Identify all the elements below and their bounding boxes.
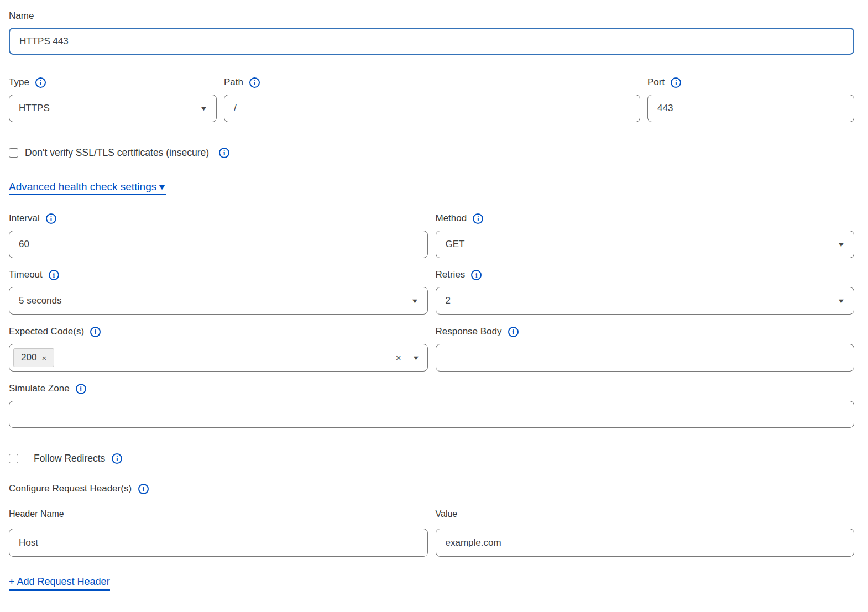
expected-code-tag: 200 × — [13, 348, 54, 367]
timeout-label-row: Timeout i — [9, 269, 428, 281]
header-value-field-group: Value — [436, 509, 855, 557]
interval-input[interactable] — [9, 231, 428, 258]
health-check-form: Name Type i HTTPS ▼ Path i Port i — [0, 0, 868, 612]
response-body-label: Response Body — [436, 326, 502, 338]
follow-redirects-row: Follow Redirects i — [9, 453, 854, 464]
clear-all-icon[interactable]: × — [396, 353, 401, 363]
chevron-down-icon: ▼ — [411, 298, 419, 304]
advanced-link-row: Advanced health check settings ▼ — [9, 159, 854, 195]
response-body-info-icon[interactable]: i — [508, 327, 519, 337]
interval-label-row: Interval i — [9, 212, 428, 224]
remove-tag-icon[interactable]: × — [41, 354, 46, 362]
chevron-down-icon: ▼ — [837, 298, 845, 304]
method-label-row: Method i — [436, 212, 855, 224]
path-label: Path — [224, 76, 243, 88]
response-body-label-row: Response Body i — [436, 326, 855, 338]
request-header-row: Header Name Value — [9, 509, 854, 557]
method-field-group: Method i GET ▼ — [436, 212, 855, 258]
port-field-group: Port i — [647, 76, 854, 122]
simulate-zone-label-row: Simulate Zone i — [9, 383, 854, 395]
chevron-down-icon: ▼ — [837, 242, 845, 248]
follow-redirects-label-wrap: Follow Redirects i — [34, 453, 122, 464]
path-field-group: Path i — [224, 76, 640, 122]
timeout-info-icon[interactable]: i — [49, 270, 59, 280]
retries-field-group: Retries i 2 ▼ — [436, 269, 855, 315]
request-headers-section-title: Configure Request Header(s) i — [9, 483, 854, 494]
header-name-column-label: Header Name — [9, 509, 428, 519]
simulate-zone-input[interactable] — [9, 401, 854, 428]
header-name-field-group: Header Name — [9, 509, 428, 557]
follow-redirects-checkbox[interactable] — [9, 454, 18, 463]
type-select-value: HTTPS — [19, 103, 50, 114]
ssl-verify-checkbox[interactable] — [9, 148, 18, 158]
port-label-row: Port i — [647, 76, 854, 88]
type-info-icon[interactable]: i — [35, 77, 46, 88]
expected-codes-multiselect[interactable]: 200 × × ▼ — [9, 344, 428, 372]
retries-label-row: Retries i — [436, 269, 855, 281]
response-body-input[interactable] — [436, 344, 855, 372]
type-field-group: Type i HTTPS ▼ — [9, 76, 217, 122]
retries-select-value: 2 — [446, 295, 451, 306]
timeout-label: Timeout — [9, 269, 43, 281]
type-path-port-row: Type i HTTPS ▼ Path i Port i — [9, 76, 854, 122]
timeout-select-value: 5 seconds — [19, 295, 62, 306]
request-headers-info-icon[interactable]: i — [138, 484, 149, 494]
section-divider — [9, 608, 854, 608]
codes-body-row: Expected Code(s) i 200 × × ▼ Response Bo… — [9, 326, 854, 372]
add-request-header-link[interactable]: + Add Request Header — [9, 576, 110, 591]
expected-codes-label: Expected Code(s) — [9, 326, 84, 338]
expected-codes-label-row: Expected Code(s) i — [9, 326, 428, 338]
method-label: Method — [436, 212, 467, 224]
method-info-icon[interactable]: i — [473, 213, 483, 224]
interval-info-icon[interactable]: i — [46, 213, 56, 224]
path-input[interactable] — [224, 95, 640, 122]
retries-label: Retries — [436, 269, 466, 281]
follow-redirects-info-icon[interactable]: i — [112, 453, 122, 464]
port-info-icon[interactable]: i — [671, 77, 681, 88]
ssl-verify-info-icon[interactable]: i — [219, 148, 229, 158]
interval-method-row: Interval i Method i GET ▼ — [9, 212, 854, 258]
path-info-icon[interactable]: i — [249, 77, 260, 88]
expected-code-tag-value: 200 — [21, 352, 36, 363]
response-body-field-group: Response Body i — [436, 326, 855, 372]
add-header-row: + Add Request Header — [9, 557, 854, 591]
name-label: Name — [9, 10, 34, 22]
follow-redirects-label: Follow Redirects — [34, 453, 105, 464]
name-field-group: Name — [9, 10, 854, 55]
path-label-row: Path i — [224, 76, 640, 88]
ssl-verify-checkbox-label: Don't verify SSL/TLS certificates (insec… — [25, 147, 209, 159]
retries-select[interactable]: 2 ▼ — [436, 287, 855, 315]
header-name-input[interactable] — [9, 529, 428, 557]
expected-codes-info-icon[interactable]: i — [90, 327, 101, 337]
advanced-settings-link-label: Advanced health check settings — [9, 181, 156, 193]
timeout-select[interactable]: 5 seconds ▼ — [9, 287, 428, 315]
interval-field-group: Interval i — [9, 212, 428, 258]
timeout-retries-row: Timeout i 5 seconds ▼ Retries i 2 ▼ — [9, 269, 854, 315]
simulate-zone-label: Simulate Zone — [9, 383, 70, 395]
multiselect-controls: × ▼ — [396, 353, 419, 363]
simulate-zone-info-icon[interactable]: i — [76, 384, 86, 394]
chevron-down-icon: ▼ — [200, 106, 208, 112]
name-input[interactable] — [9, 28, 854, 55]
advanced-settings-link[interactable]: Advanced health check settings ▼ — [9, 181, 166, 195]
ssl-verify-checkbox-row: Don't verify SSL/TLS certificates (insec… — [9, 147, 854, 159]
name-label-row: Name — [9, 10, 854, 22]
caret-down-icon: ▼ — [158, 182, 167, 191]
expected-codes-field-group: Expected Code(s) i 200 × × ▼ — [9, 326, 428, 372]
port-input[interactable] — [647, 95, 854, 122]
method-select-value: GET — [446, 239, 465, 250]
header-value-input[interactable] — [436, 529, 855, 557]
interval-label: Interval — [9, 212, 40, 224]
request-headers-title-label: Configure Request Header(s) — [9, 483, 132, 494]
type-label: Type — [9, 76, 29, 88]
header-value-column-label: Value — [436, 509, 855, 519]
retries-info-icon[interactable]: i — [471, 270, 482, 280]
type-label-row: Type i — [9, 76, 217, 88]
chevron-down-icon[interactable]: ▼ — [412, 355, 420, 361]
port-label: Port — [647, 76, 665, 88]
simulate-zone-field-group: Simulate Zone i — [9, 383, 854, 428]
type-select[interactable]: HTTPS ▼ — [9, 95, 217, 122]
method-select[interactable]: GET ▼ — [436, 231, 855, 258]
timeout-field-group: Timeout i 5 seconds ▼ — [9, 269, 428, 315]
